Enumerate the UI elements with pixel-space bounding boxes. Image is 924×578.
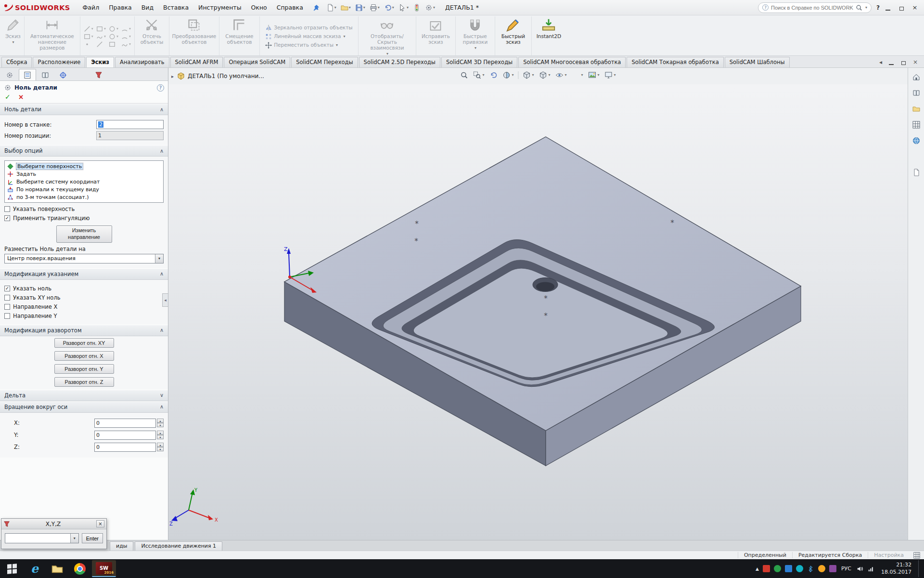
select-button[interactable]: ▾ [397, 2, 411, 13]
section-header-pointing[interactable]: Модификация указанием ∧ [0, 268, 168, 280]
menu-file[interactable]: Файл [78, 2, 104, 13]
pm-tab-solidcam[interactable] [1, 69, 18, 80]
appearances-icon[interactable] [911, 151, 922, 162]
tab-sketch[interactable]: Эскиз [86, 57, 114, 67]
section-header-rotation[interactable]: Модификация разворотом ∧ [0, 325, 168, 336]
file-explorer-icon[interactable] [911, 104, 922, 114]
menu-insert[interactable]: Вставка [158, 2, 193, 13]
checkbox-point-xy-zero[interactable]: Указать XY ноль [4, 294, 164, 301]
option-define[interactable]: Задать [6, 170, 162, 178]
pin-menu-icon[interactable] [313, 4, 320, 11]
network-icon[interactable] [867, 565, 874, 572]
tray-icon-teal[interactable] [796, 565, 803, 572]
checkbox-point-zero[interactable]: Указать ноль [4, 285, 164, 292]
xyz-enter-button[interactable]: Enter [82, 533, 103, 543]
file-explorer-icon[interactable] [47, 560, 68, 577]
apply-scene-button[interactable]: ▾ [588, 70, 601, 80]
doc-restore-button[interactable] [900, 59, 907, 65]
xyz-coordinate-combobox[interactable]: ▾ [5, 533, 79, 543]
linear-pattern-button[interactable]: Линейный массив эскиза▾ [265, 33, 345, 40]
save-button[interactable]: ▾ [353, 2, 367, 13]
search-scope-caret[interactable]: ▾ [865, 6, 867, 10]
spline-tool[interactable]: ▾ [96, 33, 106, 40]
ribbon-autodimension-button[interactable]: Автоматическое нанесение размеров [24, 16, 80, 55]
option-coord-system[interactable]: Выберите систему координат [6, 178, 162, 185]
toolbox-icon[interactable] [911, 119, 922, 130]
axis-y-input[interactable]: 0 [94, 431, 156, 440]
search-icon[interactable] [856, 4, 862, 11]
pm-tab-properties[interactable] [19, 69, 36, 80]
spin-up-icon[interactable]: ▴ [157, 431, 164, 435]
display-style-button[interactable]: ▾ [538, 70, 551, 80]
spin-down-icon[interactable]: ▾ [157, 423, 164, 427]
ribbon-relations-button[interactable]: Отобразить/Скрыть взаимосвязи▾ [358, 16, 416, 55]
section-header-part-zero[interactable]: Ноль детали ∧ [0, 104, 168, 115]
hide-show-items-button[interactable]: ▾ [555, 70, 568, 80]
chrome-icon[interactable] [69, 560, 90, 577]
section-header-axis-rotation[interactable]: Вращение вокруг оси ∧ [0, 401, 168, 413]
circle-tool[interactable]: ▾ [109, 26, 118, 32]
view-orientation-button[interactable]: ▾ [522, 70, 535, 80]
pm-tab-dimxpert[interactable] [54, 69, 72, 80]
motion-study-tab[interactable]: Исследование движения 1 [135, 541, 222, 551]
spin-up-icon[interactable]: ▴ [157, 419, 164, 423]
option-three-points[interactable]: по 3-м точкам (ассоциат.) [6, 193, 162, 201]
mirror-entities-button[interactable]: Зеркально отразить объекты [265, 25, 352, 31]
tab-solidcam-25d[interactable]: SolidCAM 2.5D Переходы [359, 57, 440, 67]
volume-icon[interactable] [856, 565, 863, 572]
spin-down-icon[interactable]: ▾ [157, 447, 164, 451]
status-settings[interactable]: Настройка [868, 552, 910, 558]
solidworks-taskbar-button[interactable]: SW 2016 [92, 560, 116, 577]
bluetooth-icon[interactable] [807, 565, 814, 572]
custom-properties-icon[interactable] [911, 167, 922, 178]
text-tool[interactable] [96, 41, 106, 48]
xyz-popup-titlebar[interactable]: X,Y,Z × [1, 519, 106, 529]
home-icon[interactable] [911, 72, 922, 82]
pm-ok-button[interactable]: ✓ [5, 93, 11, 100]
rotate-xy-button[interactable]: Разворот отн. XY [54, 338, 114, 348]
graphics-area[interactable]: * * * * * Z [168, 84, 908, 540]
breadcrumb-expand-icon[interactable]: ▸ [171, 74, 174, 79]
machine-number-input[interactable]: 2 [96, 120, 164, 129]
slot-tool[interactable]: ▾ [121, 41, 131, 48]
menu-view[interactable]: Вид [137, 2, 158, 13]
tray-icon-orange[interactable] [818, 565, 825, 572]
point-tool[interactable] [84, 41, 93, 48]
arc-tool[interactable]: ▾ [121, 26, 131, 32]
axis-x-input[interactable]: 0 [94, 419, 156, 428]
minimize-button[interactable] [885, 5, 891, 11]
place-zero-dropdown[interactable]: Центр поверх.вращения ▾ [4, 254, 164, 263]
tab-solidcam-3d[interactable]: SolidCAM 3D Переходы [441, 57, 517, 67]
zoom-area-button[interactable]: ▾ [472, 70, 485, 80]
rotate-x-button[interactable]: Разворот отн. X [54, 351, 114, 361]
help-search-box[interactable]: ? ▾ [758, 2, 872, 13]
status-grid-icon[interactable] [910, 552, 924, 559]
open-document-button[interactable]: ▾ [339, 2, 353, 13]
section-header-options[interactable]: Выбор опций ∧ [0, 145, 168, 157]
tab-solidcam-turning[interactable]: SolidCAM Токарная обработка [627, 57, 723, 67]
pm-cancel-button[interactable]: × [18, 93, 24, 100]
tab-solidcam-templates[interactable]: SolidCAM Шаблоны [725, 57, 790, 67]
ribbon-sketch-button[interactable]: Эскиз▾ [2, 16, 24, 55]
ellipse-tool[interactable]: ▾ [109, 33, 118, 40]
dropdown-caret-icon[interactable]: ▾ [155, 254, 163, 263]
undo-button[interactable]: ▾ [382, 2, 396, 13]
print-button[interactable]: ▾ [368, 2, 382, 13]
edit-appearance-button[interactable]: ▾ [571, 70, 584, 80]
menu-help[interactable]: Справка [272, 2, 308, 13]
restore-button[interactable] [898, 5, 905, 11]
language-indicator[interactable]: РУС [840, 565, 852, 572]
view-settings-button[interactable]: ▾ [604, 70, 617, 80]
pm-tab-appearances[interactable] [72, 69, 90, 80]
pm-tab-filter[interactable] [90, 69, 107, 80]
option-select-surface[interactable]: Выберите поверхность [6, 162, 162, 170]
search-input[interactable] [771, 5, 853, 11]
option-normal-to-view[interactable]: По нормали к текущему виду [6, 185, 162, 193]
design-library-icon[interactable] [911, 88, 922, 98]
tab-solidcam-transitions[interactable]: SolidCAM Переходы [291, 57, 358, 67]
change-direction-button[interactable]: Изменить направление [56, 225, 112, 243]
start-button[interactable] [1, 560, 23, 577]
ribbon-trim-button[interactable]: Отсечь объекты [134, 16, 169, 55]
menu-window[interactable]: Окно [246, 2, 272, 13]
checkbox-direction-y[interactable]: Направление Y [4, 313, 164, 319]
